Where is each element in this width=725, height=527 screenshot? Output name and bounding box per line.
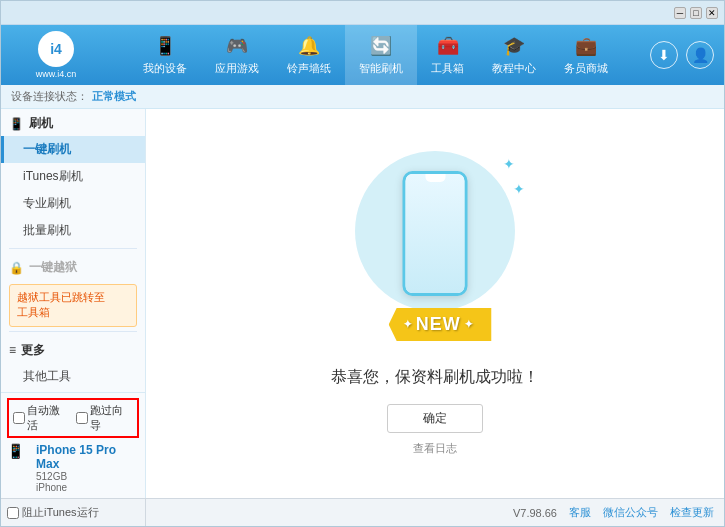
sparkle-icon-2: ✦: [513, 181, 525, 197]
flash-section-icon: 📱: [9, 117, 24, 131]
guided-input[interactable]: [76, 412, 88, 424]
nav-business-label: 务员商城: [564, 61, 608, 76]
nav-ringtones-label: 铃声墙纸: [287, 61, 331, 76]
nav-smart-flash[interactable]: 🔄 智能刷机: [345, 25, 417, 85]
sidebar-divider-1: [9, 248, 137, 249]
nav-apps-games[interactable]: 🎮 应用游戏: [201, 25, 273, 85]
logo[interactable]: i4 www.i4.cn: [11, 31, 101, 79]
header-right: ⬇ 👤: [650, 41, 714, 69]
sidebar-section-flash: 📱 刷机: [1, 109, 145, 136]
success-text: 恭喜您，保资料刷机成功啦！: [331, 367, 539, 388]
sidebar-item-itunes-flash[interactable]: iTunes刷机: [1, 163, 145, 190]
nav-my-device[interactable]: 📱 我的设备: [129, 25, 201, 85]
nav-smart-flash-icon: 🔄: [370, 35, 392, 57]
main-content: ✦ NEW ✦ ✦ ✦ 恭喜您，保资料刷机成功啦！ 确定 查看日志: [146, 109, 724, 498]
auto-detect-input[interactable]: [13, 412, 25, 424]
auto-detect-label: 自动激活: [27, 403, 70, 433]
logo-url: www.i4.cn: [36, 69, 77, 79]
nav-bar: 📱 我的设备 🎮 应用游戏 🔔 铃声墙纸 🔄 智能刷机 🧰 工具箱 🎓: [101, 25, 650, 85]
check-update-link[interactable]: 检查更新: [670, 505, 714, 520]
log-link[interactable]: 查看日志: [413, 441, 457, 456]
bottom-status-bar: 阻止iTunes运行 V7.98.66 客服 微信公众号 检查更新: [1, 498, 724, 526]
title-bar: ─ □ ✕: [1, 1, 724, 25]
status-value: 正常模式: [92, 89, 136, 104]
device-details: iPhone 15 Pro Max 512GB iPhone: [28, 443, 139, 493]
auto-detect-checkbox[interactable]: 自动激活: [13, 403, 70, 433]
nav-toolbox[interactable]: 🧰 工具箱: [417, 25, 478, 85]
sidebar-item-pro-flash[interactable]: 专业刷机: [1, 190, 145, 217]
device-icon: 📱: [7, 443, 24, 459]
sidebar-divider-2: [9, 331, 137, 332]
nav-apps-label: 应用游戏: [215, 61, 259, 76]
sparkle-icon-1: ✦: [503, 156, 515, 172]
status-bar: 设备连接状态： 正常模式: [1, 85, 724, 109]
block-itunes-checkbox[interactable]: [7, 507, 19, 519]
block-itunes: 阻止iTunes运行: [7, 505, 99, 520]
app-window: ─ □ ✕ i4 www.i4.cn 📱 我的设备 🎮 应用游戏 🔔 铃声墙纸: [0, 0, 725, 527]
phone-illustration: ✦ NEW ✦ ✦ ✦: [345, 151, 525, 351]
device-type: iPhone: [36, 482, 139, 493]
nav-tutorial[interactable]: 🎓 教程中心: [478, 25, 550, 85]
more-section-icon: ≡: [9, 343, 16, 357]
version-label: V7.98.66: [513, 507, 557, 519]
ribbon: ✦ NEW ✦: [389, 308, 492, 341]
guided-checkbox[interactable]: 跑过向导: [76, 403, 133, 433]
ribbon-star-left: ✦: [403, 318, 413, 331]
nav-tutorial-icon: 🎓: [503, 35, 525, 57]
nav-toolbox-label: 工具箱: [431, 61, 464, 76]
device-info: 📱 iPhone 15 Pro Max 512GB iPhone: [7, 443, 139, 493]
nav-toolbox-icon: 🧰: [437, 35, 459, 57]
nav-business-icon: 💼: [575, 35, 597, 57]
ribbon-star-right: ✦: [464, 318, 474, 331]
sidebar: 📱 刷机 一键刷机 iTunes刷机 专业刷机 批量刷机: [1, 109, 146, 498]
wechat-link[interactable]: 微信公众号: [603, 505, 658, 520]
nav-apps-icon: 🎮: [226, 35, 248, 57]
flash-section-label: 刷机: [29, 115, 53, 132]
header: i4 www.i4.cn 📱 我的设备 🎮 应用游戏 🔔 铃声墙纸 🔄 智能刷机: [1, 25, 724, 85]
nav-my-device-label: 我的设备: [143, 61, 187, 76]
maximize-button[interactable]: □: [690, 7, 702, 19]
jailbreak-section-label: 一键越狱: [29, 259, 77, 276]
nav-business[interactable]: 💼 务员商城: [550, 25, 622, 85]
status-prefix: 设备连接状态：: [11, 89, 88, 104]
nav-my-device-icon: 📱: [154, 35, 176, 57]
minimize-button[interactable]: ─: [674, 7, 686, 19]
sidebar-section-more: ≡ 更多: [1, 336, 145, 363]
device-storage: 512GB: [36, 471, 139, 482]
bottom-left-panel: 阻止iTunes运行: [1, 499, 146, 526]
phone-notch: [425, 174, 445, 182]
guided-label: 跑过向导: [90, 403, 133, 433]
nav-smart-flash-label: 智能刷机: [359, 61, 403, 76]
block-itunes-label: 阻止iTunes运行: [22, 505, 99, 520]
more-section-label: 更多: [21, 342, 45, 359]
device-name: iPhone 15 Pro Max: [36, 443, 139, 471]
phone-screen: [406, 174, 465, 293]
sidebar-scroll: 📱 刷机 一键刷机 iTunes刷机 专业刷机 批量刷机: [1, 109, 145, 392]
nav-ringtones-icon: 🔔: [298, 35, 320, 57]
sidebar-item-batch-flash[interactable]: 批量刷机: [1, 217, 145, 244]
confirm-button[interactable]: 确定: [387, 404, 483, 433]
ribbon-body: ✦ NEW ✦: [389, 308, 492, 341]
bottom-right-panel: V7.98.66 客服 微信公众号 检查更新: [146, 505, 724, 520]
customer-service-link[interactable]: 客服: [569, 505, 591, 520]
nav-ringtones[interactable]: 🔔 铃声墙纸: [273, 25, 345, 85]
lock-icon: 🔒: [9, 261, 24, 275]
logo-icon: i4: [38, 31, 74, 67]
jailbreak-notice: 越狱工具已跳转至工具箱: [9, 284, 137, 327]
nav-tutorial-label: 教程中心: [492, 61, 536, 76]
sidebar-footer: 自动激活 跑过向导 📱 iPhone 15 Pro Max 512GB iPho…: [1, 392, 145, 498]
sidebar-item-other-tools[interactable]: 其他工具: [1, 363, 145, 390]
download-button[interactable]: ⬇: [650, 41, 678, 69]
sidebar-item-one-key-flash[interactable]: 一键刷机: [1, 136, 145, 163]
phone-body: [403, 171, 468, 296]
sidebar-section-jailbreak: 🔒 一键越狱: [1, 253, 145, 280]
ribbon-text: NEW: [416, 314, 461, 335]
auto-detect-box: 自动激活 跑过向导: [7, 398, 139, 438]
user-button[interactable]: 👤: [686, 41, 714, 69]
close-button[interactable]: ✕: [706, 7, 718, 19]
